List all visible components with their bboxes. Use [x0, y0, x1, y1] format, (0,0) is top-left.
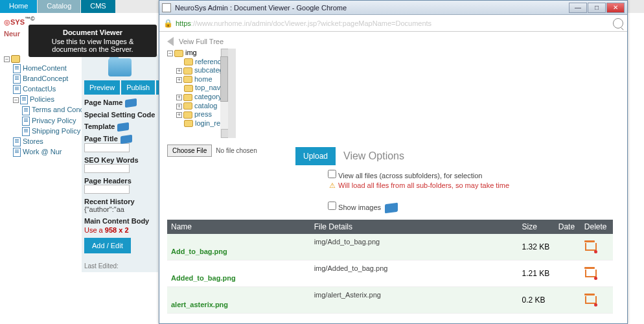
add-edit-button[interactable]: Add / Edit — [84, 238, 131, 253]
folder-item[interactable]: +category — [176, 93, 225, 101]
file-path: img/alert_Asterix.png — [314, 291, 514, 299]
th-date[interactable]: Date — [555, 220, 581, 234]
window-title: NeuroSys Admin : Document Viewer - Googl… — [175, 4, 569, 12]
th-details[interactable]: File Details — [310, 220, 518, 234]
delete-icon[interactable] — [584, 294, 596, 305]
th-name[interactable]: Name — [167, 220, 310, 234]
folder-icon — [184, 120, 193, 127]
recent-json: {"author":"aa — [84, 205, 155, 213]
file-link[interactable]: Add_to_bag.png — [171, 248, 227, 255]
lbl-spcode: Special Setting Code — [84, 111, 155, 119]
fulltree-label[interactable]: Veiw Full Tree — [179, 38, 224, 45]
nav-catalog[interactable]: Catalog — [38, 0, 80, 13]
delete-icon[interactable] — [584, 240, 596, 252]
nofile-label: No file chosen — [216, 147, 257, 154]
edit-icon[interactable] — [121, 135, 132, 145]
edit-icon[interactable] — [125, 98, 137, 108]
folder-icon — [184, 58, 193, 65]
folder-icon — [184, 85, 193, 92]
showimages-checkbox[interactable] — [328, 202, 336, 210]
seo-input[interactable] — [84, 164, 130, 173]
folder-item[interactable]: reference — [176, 58, 225, 66]
lbl-pagetitle: Page Title — [84, 135, 155, 143]
tree-item[interactable]: Work @ Nur — [13, 148, 76, 157]
close-button[interactable]: ✕ — [606, 3, 625, 13]
url-text: https://www.nurhome.in/admin/docViewer.j… — [176, 19, 608, 28]
edit-icon[interactable] — [117, 122, 129, 132]
tree-item[interactable]: ContactUs — [13, 85, 76, 94]
tooltip-docviewer: Document Viewer Use this to view Images … — [29, 25, 157, 57]
tree-item[interactable]: BrandConcept — [13, 75, 76, 84]
file-icon — [13, 148, 21, 157]
lbl-recent: Recent History — [84, 198, 155, 205]
choose-file-button[interactable]: Choose File — [167, 145, 212, 157]
file-icon — [13, 85, 21, 94]
file-icon — [20, 95, 28, 104]
expander-icon[interactable]: − — [13, 97, 19, 103]
file-size: 0.2 KB — [518, 287, 555, 314]
expander-icon[interactable]: + — [176, 112, 182, 118]
file-size: 1.32 KB — [518, 234, 555, 260]
file-link[interactable]: Added_to_bag.png — [171, 274, 236, 282]
lock-icon: 🔒 — [163, 19, 173, 28]
folder-icon — [174, 50, 183, 57]
last-edited: Last Edited: — [84, 262, 155, 270]
pagehdr-input[interactable] — [84, 185, 130, 194]
scroll-thumb[interactable] — [220, 56, 228, 102]
tree-item[interactable]: Terms and Conditions — [22, 106, 76, 115]
file-icon — [22, 106, 30, 115]
nav-cms[interactable]: CMS — [81, 0, 115, 13]
expander-icon[interactable]: + — [176, 104, 182, 110]
folder-icon — [183, 102, 192, 110]
folder-root[interactable]: img — [185, 49, 197, 56]
search-icon[interactable] — [613, 18, 623, 29]
tree-item[interactable]: Privacy Policy — [22, 117, 76, 126]
chrome-window: NeuroSys Admin : Document Viewer - Googl… — [159, 0, 628, 324]
file-icon — [13, 64, 21, 73]
folder-item[interactable]: +subcategory — [176, 66, 225, 75]
docs-folder-icon[interactable] — [108, 58, 132, 76]
lbl-seo: SEO Key Words — [84, 156, 155, 164]
upload-button[interactable]: Upload — [295, 147, 336, 165]
delete-icon[interactable] — [584, 267, 596, 279]
folder-item[interactable]: +catalog — [176, 102, 225, 110]
expander-icon[interactable]: − — [4, 56, 10, 62]
scrollbar[interactable] — [220, 49, 228, 138]
expander-icon[interactable]: + — [176, 77, 182, 83]
folder-item[interactable]: +press — [176, 110, 225, 119]
lbl-pagehdr: Page Headers — [84, 177, 155, 185]
chrome-titlebar[interactable]: NeuroSys Admin : Document Viewer - Googl… — [159, 1, 627, 15]
publish-button[interactable]: Publish — [121, 80, 155, 95]
images-icon — [385, 203, 398, 214]
favicon-icon — [162, 3, 171, 12]
viewall-checkbox[interactable] — [328, 170, 336, 178]
opt-showimages[interactable]: Show images — [328, 202, 509, 213]
folder-icon — [11, 55, 20, 63]
preview-button[interactable]: Preview — [84, 80, 120, 95]
th-delete[interactable]: Delete — [581, 220, 613, 234]
pagetitle-input[interactable] — [84, 143, 130, 152]
file-icon — [13, 75, 21, 84]
lbl-main: Main Content Body — [84, 217, 155, 225]
folder-item[interactable]: +home — [176, 75, 225, 84]
file-link[interactable]: alert_asterix.png — [171, 301, 228, 308]
minimize-button[interactable]: — — [569, 3, 587, 13]
lbl-template: Template — [84, 122, 155, 131]
address-bar[interactable]: 🔒 https://www.nurhome.in/admin/docViewer… — [159, 15, 627, 32]
tree-item[interactable]: Stores — [13, 137, 76, 146]
expander-icon[interactable]: − — [167, 51, 173, 56]
folder-item[interactable]: login_reg — [176, 119, 225, 128]
tree-item[interactable]: HomeContent — [13, 64, 76, 73]
opt-viewall[interactable]: View all files (across subfolders), for … — [328, 170, 509, 179]
expander-icon[interactable]: + — [176, 68, 182, 74]
th-size[interactable]: Size — [518, 220, 555, 234]
file-icon — [13, 137, 21, 146]
nav-home[interactable]: Home — [0, 0, 37, 13]
tree-item[interactable]: Shipping Policy — [22, 127, 76, 136]
tree-item-policies[interactable]: −Policies Terms and Conditions Privacy P… — [13, 95, 76, 135]
folder-item[interactable]: top_nav — [176, 84, 225, 92]
maximize-button[interactable]: □ — [588, 3, 606, 13]
back-arrow-icon[interactable] — [167, 37, 174, 46]
expander-icon[interactable]: + — [176, 95, 182, 100]
warning-text: ⚠Will load all files from all sub-folder… — [329, 181, 509, 190]
